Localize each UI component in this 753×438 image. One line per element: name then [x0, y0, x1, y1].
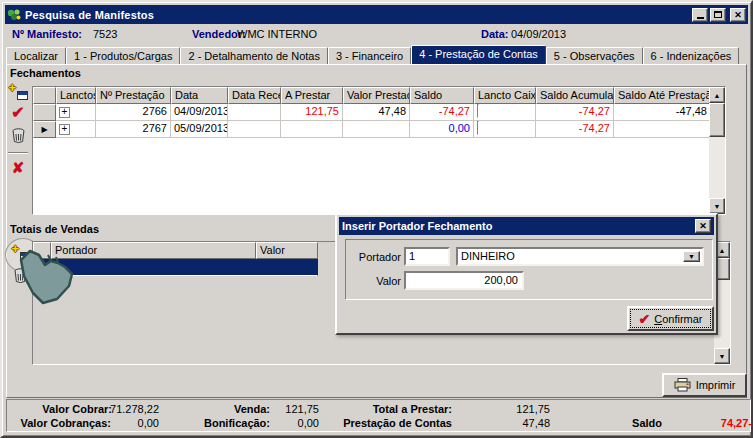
tab-observacoes[interactable]: 5 - Observações: [546, 47, 643, 65]
col-saldo-ate-prestacao[interactable]: Saldo Até Prestação: [614, 87, 711, 104]
manifest-header: Nº Manifesto: 7523 Vendedor: WMC INTERNO…: [5, 24, 748, 44]
maximize-button[interactable]: [710, 8, 726, 22]
data-value: 04/09/2013: [511, 28, 566, 40]
scroll-thumb[interactable]: [709, 103, 725, 137]
arrow-down-icon: ▼: [714, 203, 721, 210]
col-lancto-caixa[interactable]: Lancto Caixa: [474, 87, 536, 104]
cell-data: 04/09/2013: [171, 104, 228, 121]
minimize-icon: [697, 17, 704, 19]
window-titlebar[interactable]: Pesquisa de Manifestos ✕: [5, 5, 748, 24]
check-icon: ✔: [638, 312, 650, 326]
tab-bar: Localizar 1 - Produtos/Cargas 2 - Detalh…: [6, 45, 747, 65]
printer-icon: [674, 378, 691, 392]
imprimir-button-label: Imprimir: [696, 379, 736, 391]
col-portador[interactable]: Portador: [51, 242, 256, 259]
prestacao-contas-value: 47,48: [487, 417, 550, 429]
cell-a-prestar: 121,75: [281, 104, 343, 121]
expand-icon[interactable]: +: [59, 124, 70, 135]
scroll-up-button[interactable]: ▲: [709, 87, 725, 103]
lancto-caixa-checkbox[interactable]: [477, 121, 479, 135]
cancel-fechamento-button[interactable]: ✘: [7, 157, 29, 177]
row-indicator: [33, 104, 56, 121]
arrow-down-icon: ▼: [719, 353, 726, 360]
app-icon: [7, 8, 22, 22]
col-indicator: [33, 87, 56, 104]
cell-lancto-caixa: [474, 104, 536, 121]
tab-financeiro[interactable]: 3 - Financeiro: [328, 47, 411, 65]
add-record-icon: +: [12, 246, 31, 261]
col-saldo[interactable]: Saldo: [410, 87, 474, 104]
data-label: Data:: [481, 28, 509, 40]
check-icon: ✔: [11, 105, 24, 121]
minimize-button[interactable]: [692, 8, 708, 22]
manifesto-label: Nº Manifesto:: [12, 28, 82, 40]
col-data[interactable]: Data: [171, 87, 228, 104]
col-valor[interactable]: Valor: [256, 242, 318, 259]
delete-portador-button[interactable]: [9, 266, 31, 286]
col-lanctos[interactable]: Lanctos: [56, 87, 96, 104]
cell-prestacao: 2766: [96, 104, 171, 121]
add-fechamento-button[interactable]: +: [7, 82, 29, 102]
table-row[interactable]: + 2766 04/09/2013 121,75 47,48 -74,27 -7…: [33, 104, 725, 121]
imprimir-button[interactable]: Imprimir: [662, 373, 747, 397]
lancto-caixa-checkbox[interactable]: [477, 104, 479, 118]
vendedor-value: WMC INTERNO: [237, 28, 317, 40]
summary-panel: Valor Cobrar: 71.278,22 Venda: 121,75 To…: [6, 399, 751, 432]
delete-fechamento-button[interactable]: [7, 126, 29, 146]
fechamentos-scrollbar[interactable]: ▲ ▼: [709, 87, 725, 214]
valor-label: Valor: [349, 275, 401, 287]
portador-combobox[interactable]: DINHEIRO ▼: [456, 247, 704, 266]
selected-empty-row[interactable]: [33, 259, 318, 276]
col-a-prestar[interactable]: A Prestar: [281, 87, 343, 104]
tab-indenizacoes[interactable]: 6 - Indenizações: [643, 47, 740, 65]
scroll-down-button[interactable]: ▼: [709, 198, 725, 214]
portador-label: Portador: [349, 251, 401, 263]
confirmar-button-label: Confirmar: [654, 313, 702, 325]
fechamentos-grid-header: Lanctos Nº Prestação Data Data Receb. A …: [33, 87, 725, 104]
cell-valor-prestado: 47,48: [343, 104, 410, 121]
combobox-dropdown-button[interactable]: ▼: [683, 251, 700, 262]
total-a-prestar-value: 121,75: [487, 403, 550, 415]
tab-localizar[interactable]: Localizar: [6, 47, 66, 65]
cell-saldo: -74,27: [410, 104, 474, 121]
scroll-down-button[interactable]: ▼: [714, 348, 730, 364]
confirmar-button[interactable]: ✔ Confirmar: [627, 306, 714, 331]
arrow-up-icon: ▲: [719, 247, 726, 254]
dialog-titlebar[interactable]: Inserir Portador Fechamento ✕: [339, 217, 714, 235]
trash-icon: [13, 268, 28, 284]
cell-lancto-caixa: [474, 121, 536, 138]
col-saldo-acumulado[interactable]: Saldo Acumulado: [536, 87, 614, 104]
col-valor-prestado[interactable]: Valor Prestado: [343, 87, 410, 104]
valor-input[interactable]: 200,00: [404, 271, 524, 290]
col-num-prestacao[interactable]: Nº Prestação: [96, 87, 171, 104]
arrow-up-icon: ▲: [714, 92, 721, 99]
col-data-receb[interactable]: Data Receb.: [228, 87, 281, 104]
tab-prestacao-contas[interactable]: 4 - Prestação de Contas: [411, 45, 546, 65]
close-icon: ✕: [734, 10, 742, 20]
cell-saldo-acumulado: -74,27: [536, 104, 614, 121]
cell-data: 05/09/2013: [171, 121, 228, 138]
cell-saldo-ate: -47,48: [614, 104, 711, 121]
add-record-icon: +: [9, 85, 28, 100]
fechamentos-grid: Lanctos Nº Prestação Data Data Receb. A …: [32, 86, 726, 215]
expand-icon[interactable]: +: [59, 107, 70, 118]
fechamentos-section-label: Fechamentos: [10, 67, 81, 79]
venda-value: 121,75: [257, 403, 319, 415]
saldo-label: Saldo: [597, 417, 662, 429]
tab-produtos-cargas[interactable]: 1 - Produtos/Cargas: [66, 47, 180, 65]
prestacao-contas-label: Prestação de Contas: [337, 417, 452, 429]
add-portador-button[interactable]: +: [10, 243, 32, 263]
cell-a-prestar: [281, 121, 343, 138]
portador-code-input[interactable]: 1: [404, 247, 450, 266]
table-row[interactable]: ▶ + 2767 05/09/2013 0,00 -74,27: [33, 121, 725, 138]
tab-detalhamento-notas[interactable]: 2 - Detalhamento de Notas: [180, 47, 327, 65]
dialog-close-button[interactable]: ✕: [695, 219, 711, 233]
portador-selected-value: DINHEIRO: [461, 250, 515, 262]
col-indicator: [33, 242, 51, 259]
saldo-value: 74,27-: [677, 417, 752, 429]
cell-lanctos: +: [56, 121, 96, 138]
valor-cobrar-value: 71.278,22: [67, 403, 159, 415]
confirm-fechamento-button[interactable]: ✔: [7, 103, 29, 123]
inserir-portador-dialog: Inserir Portador Fechamento ✕ Portador 1…: [335, 213, 718, 335]
close-button[interactable]: ✕: [730, 8, 746, 22]
